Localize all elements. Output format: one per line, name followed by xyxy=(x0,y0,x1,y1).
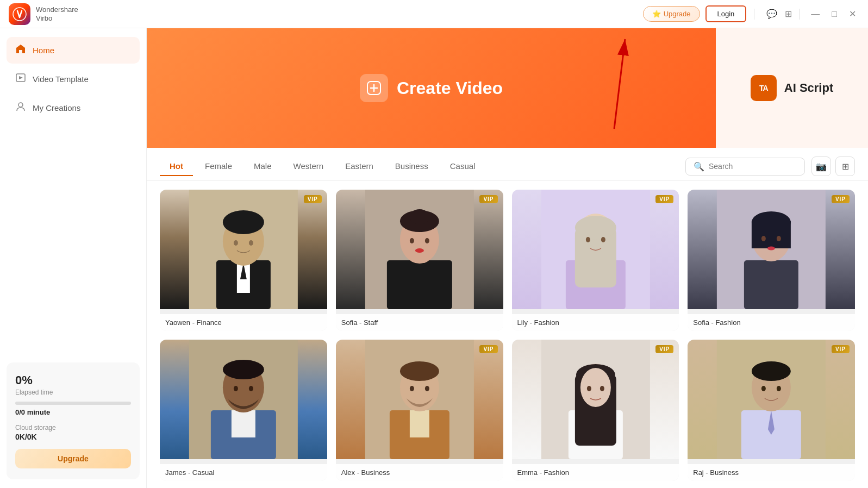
sidebar-item-my-creations[interactable]: My Creations xyxy=(7,95,140,121)
close-button[interactable]: ✕ xyxy=(846,8,859,20)
filter-tab-eastern[interactable]: Eastern xyxy=(335,157,383,176)
sidebar-item-video-template[interactable]: Video Template xyxy=(7,66,140,92)
maximize-button[interactable]: □ xyxy=(828,8,840,20)
avatar-name-male3: Raj - Business xyxy=(688,464,855,481)
avatar-card-male3[interactable]: VIP Raj - Business xyxy=(688,340,855,481)
filter-tab-casual[interactable]: Casual xyxy=(440,157,485,176)
vip-badge: VIP xyxy=(832,345,850,353)
avatar-card-male2[interactable]: VIP Alex - Business xyxy=(336,340,503,481)
avatar-name-sofia-fashion: Sofia - Fashion xyxy=(688,314,855,331)
sidebar-nav: Home Video Template My C xyxy=(7,37,140,362)
vip-badge: VIP xyxy=(655,195,673,203)
progress-percent: 0% xyxy=(15,373,131,387)
svg-point-42 xyxy=(234,386,238,391)
search-icon: 🔍 xyxy=(694,161,704,172)
avatar-card-lily[interactable]: VIP Lily - Fashion xyxy=(512,190,679,331)
avatar-grid: VIP Yaowen - Finance xyxy=(147,181,868,488)
filter-tabs: Hot Female Male Western Eastern Business xyxy=(160,157,685,176)
svg-point-36 xyxy=(767,247,775,251)
filter-tab-western[interactable]: Western xyxy=(284,157,334,176)
svg-point-63 xyxy=(752,361,791,381)
home-icon xyxy=(15,43,26,57)
banners: Create Video TA AI Script xyxy=(147,28,868,148)
svg-point-34 xyxy=(761,236,766,241)
minimize-button[interactable]: — xyxy=(808,8,823,20)
vip-badge: VIP xyxy=(479,345,497,353)
vip-badge: VIP xyxy=(304,195,322,203)
titlebar-icons: 💬 ⊞ xyxy=(766,9,792,19)
apps-icon[interactable]: ⊞ xyxy=(785,9,792,19)
filter-tab-hot[interactable]: Hot xyxy=(160,157,193,176)
svg-rect-33 xyxy=(752,221,791,248)
create-video-content: Create Video xyxy=(360,74,503,102)
titlebar-left: Wondershare Virbo xyxy=(9,3,78,25)
avatar-name-yaowen: Yaowen - Finance xyxy=(160,314,327,331)
svg-rect-30 xyxy=(744,260,798,309)
avatar-card-female2[interactable]: VIP Emma - Fashion xyxy=(512,340,679,481)
svg-point-20 xyxy=(425,238,429,243)
video-template-icon xyxy=(15,72,26,86)
chat-icon[interactable]: 💬 xyxy=(766,9,777,19)
main-layout: Home Video Template My C xyxy=(0,28,868,488)
svg-point-13 xyxy=(249,240,253,246)
avatar-name-lily: Lily - Fashion xyxy=(512,314,679,331)
upgrade-bottom-button[interactable]: Upgrade xyxy=(15,449,131,468)
avatar-image-lily xyxy=(512,190,679,309)
vip-badge: VIP xyxy=(655,345,673,353)
svg-point-11 xyxy=(223,210,264,234)
avatar-card-sofia-staff[interactable]: VIP Sofia - Staff xyxy=(336,190,503,331)
svg-rect-39 xyxy=(232,410,255,437)
svg-point-65 xyxy=(777,386,781,391)
svg-point-64 xyxy=(761,386,766,391)
ai-script-banner[interactable]: TA AI Script xyxy=(716,28,868,148)
svg-point-18 xyxy=(410,209,429,224)
avatar-name-sofia-staff: Sofia - Staff xyxy=(336,314,503,331)
upgrade-button[interactable]: ⭐ Upgrade xyxy=(643,6,700,22)
create-video-banner[interactable]: Create Video xyxy=(147,28,716,148)
svg-point-49 xyxy=(410,386,414,391)
upgrade-icon: ⭐ xyxy=(652,10,661,18)
svg-point-21 xyxy=(415,248,424,253)
sidebar-item-home[interactable]: Home xyxy=(7,37,140,64)
search-input[interactable] xyxy=(709,162,796,171)
svg-point-28 xyxy=(601,237,605,242)
svg-point-35 xyxy=(777,236,781,241)
storage-label: Cloud storage xyxy=(15,424,131,431)
login-button[interactable]: Login xyxy=(705,5,747,22)
avatar-card-male1[interactable]: James - Casual xyxy=(160,340,327,481)
avatar-image-female2 xyxy=(512,340,679,459)
titlebar-separator2 xyxy=(800,9,800,20)
camera-filter-button[interactable]: 📷 xyxy=(811,157,831,176)
svg-point-19 xyxy=(410,238,414,243)
filter-bar: Hot Female Male Western Eastern Business xyxy=(147,148,868,181)
avatar-name-female2: Emma - Fashion xyxy=(512,464,679,481)
ai-script-icon: TA xyxy=(751,75,777,101)
svg-point-43 xyxy=(249,386,253,391)
avatar-image-yaowen xyxy=(160,190,327,309)
content-area: Create Video TA AI Script xyxy=(147,28,868,488)
svg-point-2 xyxy=(18,103,23,107)
search-box: 🔍 xyxy=(685,158,805,176)
create-video-icon xyxy=(360,74,388,102)
svg-point-12 xyxy=(234,240,238,246)
avatar-image-male3 xyxy=(688,340,855,459)
svg-point-50 xyxy=(425,386,429,391)
filter-tab-male[interactable]: Male xyxy=(244,157,282,176)
ai-script-label: AI Script xyxy=(784,81,833,95)
avatar-image-male2 xyxy=(336,340,503,459)
my-creations-icon xyxy=(15,101,26,115)
svg-point-56 xyxy=(580,368,610,407)
avatar-card-sofia-fashion[interactable]: VIP Sofia - Fashion xyxy=(688,190,855,331)
svg-point-26 xyxy=(574,216,616,240)
vip-badge: VIP xyxy=(479,195,497,203)
avatar-name-male2: Alex - Business xyxy=(336,464,503,481)
avatar-card-yaowen[interactable]: VIP Yaowen - Finance xyxy=(160,190,327,331)
grid-filter-button[interactable]: ⊞ xyxy=(835,157,855,176)
svg-point-41 xyxy=(223,360,264,379)
filter-tab-business[interactable]: Business xyxy=(385,157,438,176)
avatar-name-male1: James - Casual xyxy=(160,464,327,481)
svg-point-58 xyxy=(600,386,604,391)
titlebar: Wondershare Virbo ⭐ Upgrade Login 💬 ⊞ — … xyxy=(0,0,868,28)
filter-tab-female[interactable]: Female xyxy=(195,157,242,176)
vip-badge: VIP xyxy=(832,195,850,203)
